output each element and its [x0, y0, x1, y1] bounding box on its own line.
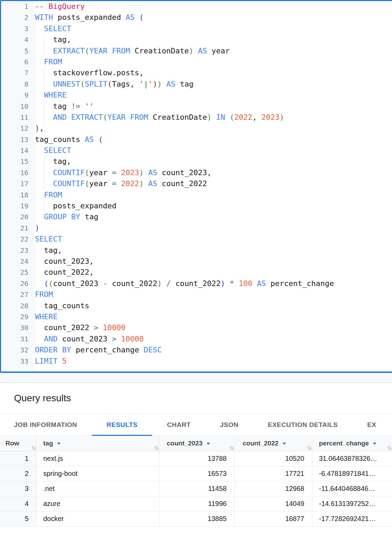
table-header-row: Row tag count_2023 count_2022 percent_ch…: [0, 436, 392, 451]
code-token: [107, 47, 112, 55]
code-token: count_2022: [44, 323, 94, 332]
code-line[interactable]: 31 AND count_2023 > 10000: [1, 334, 392, 344]
code-line[interactable]: 25 count_2022,: [1, 267, 392, 278]
results-tab-bar: JOB INFORMATION RESULTS CHART JSON EXECU…: [0, 414, 392, 436]
code-token: ): [221, 279, 225, 288]
code-line-content: tag_counts AS (: [34, 134, 392, 145]
code-line[interactable]: 13 tag_counts AS (: [1, 134, 392, 145]
code-line[interactable]: 6 FROM: [1, 56, 392, 67]
code-line[interactable]: 28 tag_counts: [1, 300, 392, 311]
code-token: SELECT: [35, 235, 62, 243]
code-token: [116, 179, 121, 188]
sort-dropdown-icon[interactable]: [373, 443, 376, 445]
cell-tag: .net: [36, 481, 159, 496]
code-token: (: [85, 179, 89, 188]
code-line-content: SELECT: [34, 23, 392, 34]
tab-label: JOB INFORMATION: [14, 421, 77, 428]
code-token: [144, 168, 148, 177]
code-line[interactable]: 8 UNNEST(SPLIT(Tags, '|')) AS tag: [1, 79, 392, 90]
code-line[interactable]: 23 tag,: [1, 245, 392, 256]
code-token: 10000: [103, 323, 126, 332]
line-number: 28: [1, 300, 34, 311]
code-line[interactable]: 9 WHERE: [1, 90, 392, 101]
code-line[interactable]: 18 FROM: [1, 190, 392, 200]
column-resize-handle-icon[interactable]: [155, 446, 158, 450]
code-line-content: COUNTIF(year = 2023) AS count_2023,: [34, 167, 392, 178]
code-token: posts_expanded: [53, 13, 126, 22]
code-line[interactable]: 21 ): [1, 223, 392, 234]
code-token: (: [44, 279, 48, 288]
tab-execution-details[interactable]: EXECUTION DETAILS: [253, 414, 353, 436]
line-number: 3: [1, 23, 34, 34]
code-token: [116, 168, 121, 177]
code-token: COUNTIF: [53, 168, 85, 177]
tab-chart[interactable]: CHART: [152, 414, 205, 436]
column-resize-handle-icon[interactable]: [388, 446, 391, 450]
code-token: ): [279, 113, 284, 121]
code-line[interactable]: 14 SELECT: [1, 145, 392, 156]
code-token: EXTRACT: [71, 113, 103, 121]
code-line[interactable]: 15 tag,: [1, 156, 392, 167]
code-token: AND: [53, 113, 67, 121]
cell-row: 3: [0, 481, 36, 496]
tab-results[interactable]: RESULTS: [92, 414, 152, 436]
code-line[interactable]: 24 count_2023,: [1, 256, 392, 267]
code-line[interactable]: 5 EXTRACT(YEAR FROM CreationDate) AS yea…: [1, 46, 392, 56]
code-line-content: tag,: [34, 245, 392, 256]
code-line[interactable]: 32 ORDER BY percent_change DESC: [1, 344, 392, 355]
line-number: 31: [1, 334, 34, 344]
code-line[interactable]: 22 SELECT: [1, 234, 392, 245]
column-header-tag[interactable]: tag: [36, 436, 159, 451]
code-token: AS: [257, 279, 266, 288]
tab-job-information[interactable]: JOB INFORMATION: [0, 414, 92, 436]
code-line[interactable]: 12 ),: [1, 123, 392, 134]
code-line[interactable]: 7 stackoverflow.posts,: [1, 67, 392, 78]
code-token: 2023: [121, 168, 139, 177]
code-line[interactable]: 16 COUNTIF(year = 2023) AS count_2023,: [1, 167, 392, 178]
code-line-content: FROM: [34, 289, 392, 300]
code-line[interactable]: 20 GROUP BY tag: [1, 211, 392, 222]
code-token: FROM: [112, 47, 130, 55]
tab-json[interactable]: JSON: [205, 414, 253, 436]
code-line[interactable]: 33 LIMIT 5: [1, 356, 392, 367]
column-resize-handle-icon[interactable]: [32, 446, 36, 450]
code-line[interactable]: 4 tag,: [1, 34, 392, 45]
line-number: 15: [1, 156, 34, 167]
column-header-count_2022[interactable]: count_2022: [234, 436, 312, 451]
line-number: 5: [1, 46, 34, 56]
code-line[interactable]: 1 -- BigQuery: [1, 1, 392, 12]
column-header-count_2023[interactable]: count_2023: [159, 436, 234, 451]
code-line[interactable]: 30 count_2022 > 10000: [1, 322, 392, 333]
code-line[interactable]: 17 COUNTIF(year = 2022) AS count_2022: [1, 178, 392, 189]
code-token: WITH: [35, 13, 53, 22]
column-resize-handle-icon[interactable]: [308, 446, 311, 450]
code-token: [225, 113, 230, 121]
code-token: [134, 13, 139, 22]
code-line[interactable]: 11 AND EXTRACT(YEAR FROM CreationDate) I…: [1, 112, 392, 123]
code-line[interactable]: 2 WITH posts_expanded AS (: [1, 12, 392, 23]
code-line[interactable]: 10 tag != '': [1, 101, 392, 112]
code-token: [98, 323, 103, 332]
sort-dropdown-icon[interactable]: [207, 443, 210, 445]
cell-percent_change: 31.06463878326…: [312, 451, 392, 466]
code-token: DESC: [144, 346, 162, 354]
cell-count_2023: 13885: [159, 511, 234, 526]
code-line[interactable]: 19 posts_expanded: [1, 200, 392, 211]
code-token: stackoverflow.posts,: [53, 68, 144, 77]
column-resize-handle-icon[interactable]: [230, 446, 234, 450]
line-number: 8: [1, 79, 34, 90]
code-line[interactable]: 3 SELECT: [1, 23, 392, 34]
tab-ex[interactable]: EX: [353, 414, 391, 436]
code-token: UNNEST: [53, 80, 80, 88]
column-header-row: Row: [0, 436, 36, 451]
column-header-percent_change[interactable]: percent_change: [312, 436, 392, 451]
code-token: /: [166, 279, 171, 288]
code-token: (: [85, 168, 89, 177]
code-line[interactable]: 27 FROM: [1, 289, 392, 300]
code-line[interactable]: 26 ((count_2023 - count_2022) / count_20…: [1, 278, 392, 289]
code-line[interactable]: 29 WHERE: [1, 311, 392, 322]
sort-dropdown-icon[interactable]: [57, 443, 61, 445]
sql-editor[interactable]: 1 -- BigQuery 2 WITH posts_expanded AS (…: [0, 0, 392, 373]
sort-dropdown-icon[interactable]: [283, 443, 286, 445]
cell-row: 5: [0, 511, 36, 526]
